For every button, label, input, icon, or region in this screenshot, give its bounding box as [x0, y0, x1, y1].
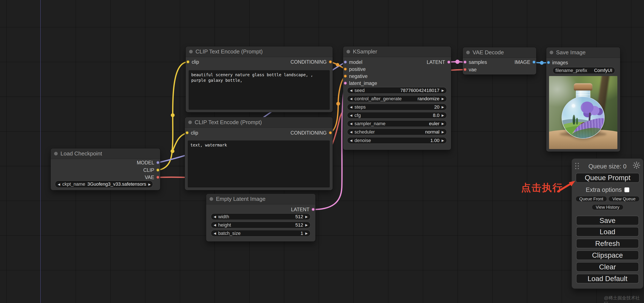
graph-canvas[interactable]: { "colors": { "port_model": "#9a97d6", "…	[0, 0, 644, 303]
annotation-arrow-icon	[0, 0, 644, 303]
watermark: @稀土掘金技术社区	[604, 295, 644, 303]
